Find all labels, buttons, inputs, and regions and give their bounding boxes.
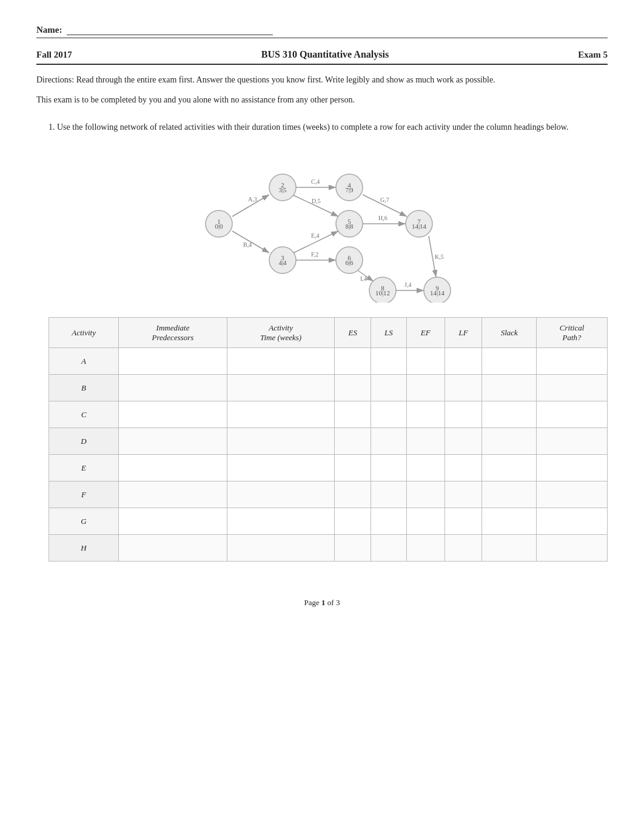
- ls-cell: [371, 401, 406, 428]
- activity-cell: E: [49, 455, 119, 481]
- ef-cell: [406, 535, 444, 562]
- es-cell: [335, 508, 371, 535]
- svg-text:10|12: 10|12: [375, 289, 390, 297]
- ls-cell: [371, 508, 406, 535]
- slack-cell: [482, 428, 537, 455]
- col-critical: CriticalPath?: [537, 318, 608, 348]
- svg-text:14|14: 14|14: [412, 223, 427, 230]
- table-header-row: Activity ImmediatePredecessors ActivityT…: [49, 318, 608, 348]
- exam-header: Fall 2017 BUS 310 Quantitative Analysis …: [36, 49, 608, 65]
- activity-cell: G: [49, 508, 119, 535]
- directions-body: : Read through the entire exam first. An…: [72, 75, 495, 84]
- critical-cell: [537, 348, 608, 375]
- svg-text:A,3: A,3: [248, 196, 257, 203]
- lf-cell: [444, 481, 482, 508]
- table-row: B: [49, 375, 608, 401]
- predecessors-cell: [119, 348, 227, 375]
- svg-text:E,4: E,4: [311, 232, 320, 239]
- ls-cell: [371, 535, 406, 562]
- col-predecessors: ImmediatePredecessors: [119, 318, 227, 348]
- slack-cell: [482, 481, 537, 508]
- col-slack: Slack: [482, 318, 537, 348]
- activity-cell: D: [49, 428, 119, 455]
- activity-cell: A: [49, 348, 119, 375]
- ef-cell: [406, 508, 444, 535]
- col-ef: EF: [406, 318, 444, 348]
- table-row: H: [49, 535, 608, 562]
- svg-text:4|4: 4|4: [278, 259, 287, 266]
- lf-cell: [444, 375, 482, 401]
- footer-page-text: Page 1 of 3: [304, 598, 340, 607]
- svg-text:B,4: B,4: [243, 241, 252, 248]
- col-ls: LS: [371, 318, 406, 348]
- time-cell: [227, 455, 334, 481]
- svg-text:C,4: C,4: [311, 178, 320, 185]
- svg-text:14|14: 14|14: [430, 289, 445, 297]
- svg-text:7|9: 7|9: [345, 186, 354, 193]
- svg-text:F,2: F,2: [311, 251, 318, 258]
- lf-cell: [444, 508, 482, 535]
- directions-label: Directions: [36, 75, 72, 84]
- ls-cell: [371, 348, 406, 375]
- col-es: ES: [335, 318, 371, 348]
- name-input-line: [67, 24, 273, 35]
- table-row: D: [49, 428, 608, 455]
- critical-cell: [537, 455, 608, 481]
- svg-text:J,4: J,4: [404, 281, 411, 288]
- ef-cell: [406, 455, 444, 481]
- svg-text:G,7: G,7: [380, 196, 389, 203]
- critical-cell: [537, 375, 608, 401]
- critical-cell: [537, 428, 608, 455]
- ls-cell: [371, 428, 406, 455]
- lf-cell: [444, 428, 482, 455]
- table-row: A: [49, 348, 608, 375]
- name-row: Name:: [36, 24, 608, 38]
- svg-text:6|6: 6|6: [345, 259, 354, 266]
- directions-text: Directions: Read through the entire exam…: [36, 73, 608, 86]
- question-1-block: 1. Use the following network of related …: [49, 121, 608, 562]
- predecessors-cell: [119, 508, 227, 535]
- activity-cell: H: [49, 535, 119, 562]
- ls-cell: [371, 375, 406, 401]
- time-cell: [227, 375, 334, 401]
- slack-cell: [482, 535, 537, 562]
- question-1-text: 1. Use the following network of related …: [49, 121, 608, 134]
- footer-of: of: [326, 598, 336, 607]
- time-cell: [227, 401, 334, 428]
- critical-cell: [537, 481, 608, 508]
- svg-text:K,5: K,5: [435, 253, 444, 260]
- slack-cell: [482, 401, 537, 428]
- es-cell: [335, 428, 371, 455]
- predecessors-cell: [119, 481, 227, 508]
- critical-cell: [537, 508, 608, 535]
- activity-cell: C: [49, 401, 119, 428]
- footer-total: 3: [336, 598, 340, 607]
- lf-cell: [444, 401, 482, 428]
- svg-text:8|8: 8|8: [345, 223, 354, 230]
- ef-cell: [406, 375, 444, 401]
- svg-text:I,4: I,4: [360, 275, 367, 282]
- lf-cell: [444, 455, 482, 481]
- lf-cell: [444, 535, 482, 562]
- col-time: ActivityTime (weeks): [227, 318, 334, 348]
- col-lf: LF: [444, 318, 482, 348]
- network-diagram: 1 0|0 2 3|5 3 4|4 4 7|9 5 8|8: [183, 145, 474, 303]
- predecessors-cell: [119, 535, 227, 562]
- time-cell: [227, 481, 334, 508]
- time-cell: [227, 348, 334, 375]
- activity-cell: B: [49, 375, 119, 401]
- name-label: Name:: [36, 25, 62, 35]
- col-activity: Activity: [49, 318, 119, 348]
- table-row: G: [49, 508, 608, 535]
- predecessors-cell: [119, 401, 227, 428]
- exam-course: BUS 310 Quantitative Analysis: [261, 49, 389, 60]
- es-cell: [335, 375, 371, 401]
- es-cell: [335, 481, 371, 508]
- activity-table: Activity ImmediatePredecessors ActivityT…: [49, 317, 608, 562]
- ef-cell: [406, 401, 444, 428]
- table-row: E: [49, 455, 608, 481]
- time-cell: [227, 535, 334, 562]
- table-row: F: [49, 481, 608, 508]
- ef-cell: [406, 348, 444, 375]
- slack-cell: [482, 348, 537, 375]
